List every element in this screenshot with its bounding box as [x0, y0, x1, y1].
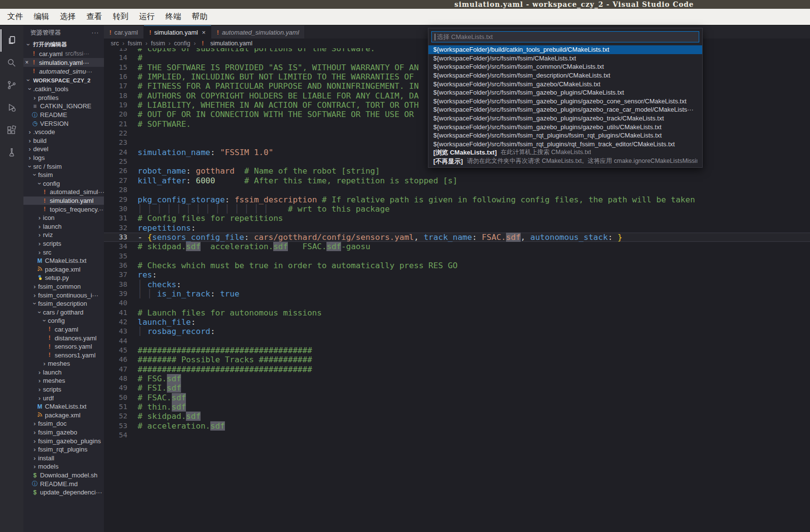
tab-label: car.yaml: [114, 29, 138, 36]
tree-item[interactable]: ›cars / gotthard: [23, 308, 104, 316]
tree-item[interactable]: ›profiles: [23, 94, 104, 102]
tree-item[interactable]: ⓘREADME.md: [23, 479, 104, 488]
menu-item-终端[interactable]: 终端: [160, 12, 186, 22]
tree-item[interactable]: package.xml: [23, 265, 104, 274]
open-editor-item[interactable]: !car.yamlsrc/fssi···: [23, 49, 104, 58]
chevron-right-icon: ›: [26, 129, 33, 135]
tree-item[interactable]: $Download_model.sh: [23, 471, 104, 480]
tree-item[interactable]: !sensors1.yaml: [23, 351, 104, 359]
menu-item-运行[interactable]: 运行: [134, 12, 160, 22]
tree-item[interactable]: ›fssim_description: [23, 299, 104, 308]
quickpick-item[interactable]: ${workspaceFolder}/src/fssim/fssim_gazeb…: [428, 79, 702, 88]
chevron-right-icon: ›: [36, 240, 43, 247]
quickpick-item[interactable]: ${workspaceFolder}/src/fssim/fssim_gazeb…: [428, 105, 702, 114]
open-editors-header[interactable]: › 打开的编辑器: [23, 40, 104, 49]
activity-search-icon[interactable]: [0, 52, 23, 74]
quickpick-item[interactable]: ${workspaceFolder}/src/fssim/fssim_rqt_p…: [428, 140, 702, 149]
tree-item[interactable]: ›src: [23, 248, 104, 256]
tree-item[interactable]: MCMakeLists.txt: [23, 402, 104, 411]
quickpick-item[interactable]: ${workspaceFolder}/build/catkin_tools_pr…: [428, 45, 702, 54]
tree-item[interactable]: ›rviz: [23, 231, 104, 239]
tree-item[interactable]: ›meshes: [23, 376, 104, 385]
tree-item-label: Download_model.sh: [40, 472, 98, 479]
quickpick-item[interactable]: ${workspaceFolder}/src/fssim/fssim_commo…: [428, 62, 702, 71]
quickpick-command-item[interactable]: [浏览 CMakeLists.txt]在此计算机上搜索 CMakeLists.t…: [428, 148, 702, 157]
quick-pick-input[interactable]: 选择 CMakeLists.txt: [431, 31, 699, 42]
tree-item[interactable]: ›fssim: [23, 171, 104, 179]
workspace-header[interactable]: › WORKSPACE_CZY_2: [23, 76, 104, 85]
tree-item[interactable]: !automated_simul···: [23, 188, 104, 197]
tree-item[interactable]: MCMakeLists.txt: [23, 256, 104, 265]
tree-item[interactable]: ›scripts: [23, 239, 104, 248]
breadcrumb-file[interactable]: !simulation.yaml: [199, 40, 252, 47]
quickpick-item[interactable]: ${workspaceFolder}/src/fssim/fssim_rqt_p…: [428, 131, 702, 140]
quickpick-item[interactable]: ${workspaceFolder}/src/fssim/fssim_gazeb…: [428, 114, 702, 123]
tree-item[interactable]: ›launch: [23, 368, 104, 377]
open-editor-item[interactable]: ×!simulation.yaml···: [23, 58, 104, 67]
tree-item[interactable]: ›install: [23, 454, 104, 463]
close-icon[interactable]: ×: [23, 59, 30, 66]
tree-item-label: config: [48, 317, 65, 324]
tree-item[interactable]: ›devel: [23, 145, 104, 154]
tree-item[interactable]: !simulation.yaml: [23, 197, 104, 205]
quickpick-item[interactable]: ${workspaceFolder}/src/fssim/fssim_gazeb…: [428, 122, 702, 131]
tree-item[interactable]: ›build: [23, 137, 104, 145]
activity-run-debug-icon[interactable]: [0, 97, 23, 119]
activity-explorer-icon[interactable]: [0, 29, 23, 52]
tree-item[interactable]: $update_dependenci···: [23, 488, 104, 497]
tree-item[interactable]: ›icon: [23, 214, 104, 222]
quickpick-item[interactable]: ${workspaceFolder}/src/fssim/fssim_gazeb…: [428, 88, 702, 97]
tree-item-label: meshes: [48, 360, 70, 367]
quickpick-item[interactable]: ${workspaceFolder}/src/fssim/fssim_gazeb…: [428, 97, 702, 106]
tree-item[interactable]: !topics_frequency.···: [23, 205, 104, 214]
tree-item[interactable]: ›fssim_rqt_plugins: [23, 445, 104, 454]
tree-item[interactable]: !sensors.yaml: [23, 342, 104, 351]
tree-item[interactable]: ›fssim_common: [23, 282, 104, 291]
menu-item-选择[interactable]: 选择: [55, 12, 81, 22]
more-actions-icon[interactable]: ···: [92, 29, 100, 36]
menu-item-帮助[interactable]: 帮助: [186, 12, 213, 22]
menu-item-编辑[interactable]: 编辑: [28, 12, 55, 22]
breadcrumb-part[interactable]: fssim: [151, 40, 165, 47]
tree-item[interactable]: ›src / fssim: [23, 162, 104, 171]
breadcrumb-part[interactable]: src: [111, 40, 119, 47]
tree-item[interactable]: ⓘREADME: [23, 111, 104, 119]
quickpick-item[interactable]: ${workspaceFolder}/src/fssim/fssim/CMake…: [428, 54, 702, 63]
breadcrumb-part[interactable]: config: [174, 40, 190, 47]
tree-item[interactable]: ›config: [23, 316, 104, 325]
activity-source-control-icon[interactable]: [0, 74, 23, 97]
chevron-right-icon: ›: [36, 249, 43, 256]
tree-item[interactable]: ≡CATKIN_IGNORE: [23, 102, 104, 111]
tree-item[interactable]: ›.catkin_tools: [23, 85, 104, 94]
tree-item[interactable]: ›fssim_doc: [23, 419, 104, 428]
tree-item[interactable]: ›config: [23, 179, 104, 188]
tab-automated_simulation.yaml[interactable]: !automated_simulation.yaml: [211, 25, 305, 39]
tree-item[interactable]: ›meshes: [23, 359, 104, 368]
breadcrumb-part[interactable]: fssim: [128, 40, 142, 47]
menu-item-转到[interactable]: 转到: [107, 12, 134, 22]
tree-item[interactable]: ›launch: [23, 222, 104, 231]
tree-item[interactable]: ›fssim_gazebo: [23, 428, 104, 437]
quickpick-item[interactable]: ${workspaceFolder}/src/fssim/fssim_descr…: [428, 71, 702, 80]
tab-simulation.yaml[interactable]: !simulation.yaml×: [144, 25, 212, 39]
tree-item[interactable]: ›logs: [23, 154, 104, 162]
tree-item[interactable]: ›urdf: [23, 394, 104, 402]
tree-item[interactable]: ›models: [23, 462, 104, 471]
open-editor-item[interactable]: !automated_simu···: [23, 67, 104, 76]
menu-item-查看[interactable]: 查看: [81, 12, 107, 22]
tree-item[interactable]: ›fssim_gazebo_plugins: [23, 436, 104, 445]
tree-item[interactable]: package.xml: [23, 411, 104, 420]
quickpick-command-item[interactable]: [不再显示]请勿在此文件夹中再次请求 CMakeLists.txt。这将应用 c…: [428, 157, 702, 166]
close-icon[interactable]: ×: [202, 29, 206, 36]
tree-item[interactable]: ›scripts: [23, 385, 104, 394]
menu-item-文件[interactable]: 文件: [2, 12, 28, 22]
tree-item[interactable]: ›fssim_continuous_i···: [23, 291, 104, 299]
tree-item[interactable]: ›.vscode: [23, 128, 104, 137]
activity-test-flask-icon[interactable]: [0, 141, 23, 164]
activity-extensions-icon[interactable]: [0, 119, 23, 141]
tree-item[interactable]: !car.yaml: [23, 325, 104, 334]
tree-item[interactable]: setup.py: [23, 274, 104, 282]
tree-item[interactable]: ◷VERSION: [23, 119, 104, 128]
tab-car.yaml[interactable]: !car.yaml: [104, 25, 144, 39]
tree-item[interactable]: !distances.yaml: [23, 334, 104, 342]
